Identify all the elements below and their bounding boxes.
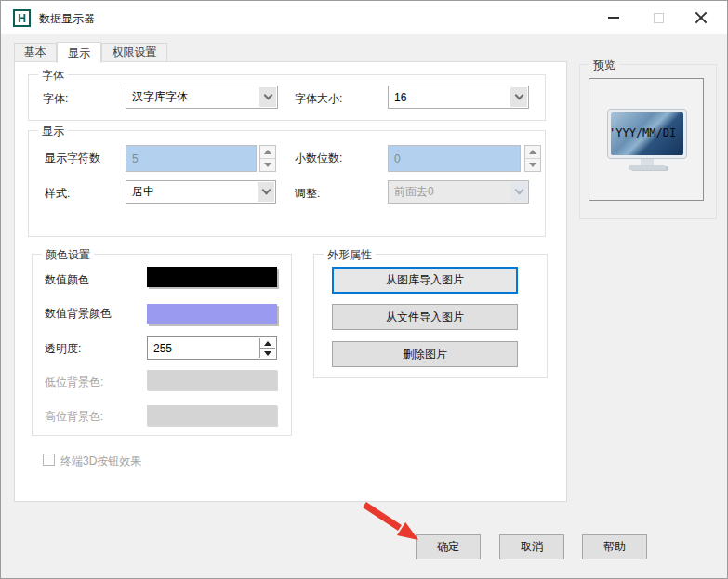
decimals-field[interactable]: 0 [388, 145, 521, 172]
font-label: 字体: [43, 91, 68, 107]
monitor-base [629, 165, 666, 170]
opacity-label: 透明度: [45, 341, 81, 357]
style-select-value: 居中 [132, 184, 154, 200]
maximize-icon [654, 13, 664, 23]
minimize-button[interactable] [600, 5, 628, 31]
high-bg-color-label: 高位背景色: [45, 409, 103, 425]
app-icon: H [13, 9, 31, 27]
decimals-value: 0 [394, 152, 401, 165]
import-from-gallery-label: 从图库导入图片 [386, 272, 464, 288]
tab-page-display: 字体 字体: 汉字库字体 字体大小: 16 显示 显示字符数 5 小数位数: 0 [14, 61, 567, 502]
adjust-select: 前面去0 [388, 180, 529, 204]
display-group-title: 显示 [38, 124, 68, 139]
delete-image-button[interactable]: 删除图片 [332, 341, 518, 367]
minimize-icon [608, 17, 619, 19]
char-count-label: 显示字符数 [45, 151, 100, 166]
tab-display[interactable]: 显示 [57, 42, 101, 63]
effect-3d-checkbox [43, 454, 55, 466]
high-bg-color-swatch [147, 405, 277, 426]
opacity-spinner[interactable]: 255 [147, 336, 277, 360]
help-button[interactable]: 帮助 [582, 534, 647, 559]
font-size-select[interactable]: 16 [388, 86, 529, 109]
value-color-swatch[interactable] [147, 267, 277, 287]
font-size-label: 字体大小: [295, 91, 342, 107]
dialog-window: H 数据显示器 基本 显示 权限设置 字体 字体: 汉字库字体 字体大小: 16 [0, 0, 728, 579]
tab-permissions[interactable]: 权限设置 [101, 43, 167, 62]
style-select[interactable]: 居中 [126, 180, 276, 204]
value-bg-color-label: 数值背景颜色 [45, 306, 112, 322]
import-from-file-label: 从文件导入图片 [386, 309, 464, 325]
font-group-title: 字体 [38, 68, 68, 84]
import-from-gallery-button[interactable]: 从图库导入图片 [332, 267, 518, 294]
style-label: 样式: [45, 186, 70, 202]
tab-basic-label: 基本 [24, 45, 46, 60]
tab-basic[interactable]: 基本 [14, 43, 57, 62]
effect-3d-checkbox-label: 终端3D按钮效果 [60, 454, 141, 469]
annotation-arrow-icon [354, 496, 429, 547]
value-bg-color-swatch[interactable] [147, 304, 277, 324]
monitor-stand [641, 159, 654, 165]
title-bar: H 数据显示器 [1, 1, 727, 34]
opacity-value: 255 [153, 342, 172, 355]
shape-group-title: 外形属性 [324, 247, 376, 263]
cancel-button[interactable]: 取消 [499, 534, 564, 559]
preview-display-text: 'YYY/MM/DI [609, 126, 676, 139]
font-size-select-value: 16 [394, 91, 406, 104]
decimals-label: 小数位数: [295, 151, 342, 166]
preview-group-title: 预览 [589, 58, 619, 73]
window-title: 数据显示器 [39, 11, 95, 27]
font-select-dropdown-icon[interactable] [259, 87, 276, 107]
char-count-up-icon[interactable] [260, 146, 275, 159]
decimals-up-icon[interactable] [525, 146, 540, 159]
char-count-field[interactable]: 5 [126, 145, 257, 172]
delete-image-label: 删除图片 [403, 347, 447, 362]
help-button-label: 帮助 [603, 539, 626, 555]
opacity-down-icon[interactable] [260, 349, 275, 358]
adjust-select-value: 前面去0 [394, 184, 434, 200]
font-select-value: 汉字库字体 [132, 89, 188, 105]
maximize-button [644, 5, 672, 31]
adjust-label: 调整: [295, 186, 320, 202]
low-bg-color-swatch [147, 370, 277, 390]
char-count-down-icon[interactable] [260, 159, 275, 171]
decimals-stepper[interactable] [524, 145, 541, 172]
value-color-label: 数值颜色 [45, 272, 89, 288]
low-bg-color-label: 低位背景色: [45, 375, 103, 390]
close-button[interactable] [687, 5, 715, 31]
font-size-dropdown-icon[interactable] [510, 87, 527, 107]
decimals-down-icon[interactable] [525, 159, 540, 171]
char-count-value: 5 [132, 152, 139, 165]
cancel-button-label: 取消 [521, 539, 543, 555]
import-from-file-button[interactable]: 从文件导入图片 [332, 304, 518, 330]
tab-permissions-label: 权限设置 [113, 45, 157, 60]
char-count-stepper[interactable] [259, 145, 276, 172]
ok-button-label: 确定 [437, 539, 459, 555]
style-dropdown-icon[interactable] [258, 182, 274, 202]
tab-display-label: 显示 [68, 46, 90, 61]
adjust-dropdown-icon [510, 182, 527, 202]
close-icon [695, 11, 708, 24]
font-select[interactable]: 汉字库字体 [126, 86, 278, 109]
opacity-up-icon[interactable] [260, 338, 275, 349]
color-group-title: 颜色设置 [42, 247, 94, 263]
